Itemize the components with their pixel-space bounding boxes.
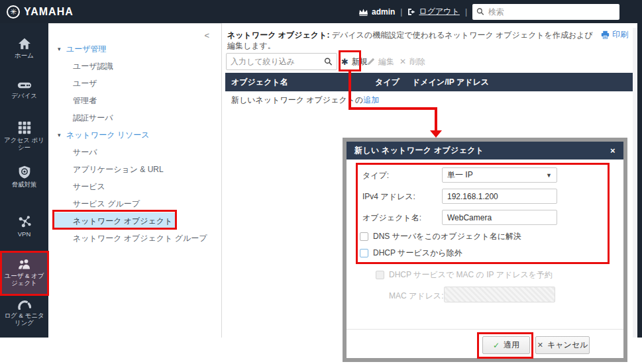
- edit-button[interactable]: 編集: [367, 53, 394, 70]
- menu-item-services[interactable]: サービス: [48, 178, 222, 195]
- yamaha-logo: ✳ YAMAHA: [7, 5, 74, 19]
- delete-button[interactable]: ✕ 削除: [400, 53, 425, 70]
- add-network-object-link[interactable]: 追加: [363, 95, 379, 105]
- mac-address-label: MAC アドレス:: [389, 291, 443, 302]
- yamaha-tuningfork-icon: ✳: [7, 5, 20, 19]
- pencil-icon: [367, 58, 375, 66]
- caret-down-icon: ▾: [58, 126, 61, 144]
- grid-icon: [18, 121, 31, 134]
- gauge-icon: [17, 300, 32, 310]
- dns-resolve-checkbox-row[interactable]: DNS サーバをこのオブジェクト名に解決: [360, 231, 521, 242]
- dhcp-exclude-checkbox-row[interactable]: DHCP サービスから除外: [360, 248, 462, 259]
- menu-item-service-groups[interactable]: サービス グループ: [48, 195, 222, 212]
- logout-icon: [407, 8, 416, 16]
- top-bar: ✳ YAMAHA admin | ログアウト |: [0, 0, 642, 23]
- separator: |: [400, 7, 402, 17]
- menu-item-server[interactable]: サーバ: [48, 144, 222, 161]
- table-header-row: オブジェクト名 タイプ ドメイン/IP アドレス: [225, 73, 633, 91]
- sidebar-item-users-objects[interactable]: ユーザ & オブジェクト: [0, 253, 48, 295]
- menu-section-network-resources[interactable]: ▾ ネットワーク リソース: [48, 126, 222, 144]
- menu-item-network-objects[interactable]: ネットワーク オブジェクト: [54, 212, 175, 230]
- type-select[interactable]: 単一 IP ▼: [442, 167, 557, 183]
- vpn-nodes-icon: [17, 215, 32, 228]
- print-button[interactable]: 印刷: [601, 29, 628, 40]
- logged-in-user: admin: [358, 7, 395, 17]
- asterisk-new-icon: ✱: [341, 57, 348, 67]
- sidebar-item-devices[interactable]: デバイス: [0, 81, 48, 99]
- cancel-button[interactable]: ✕ キャンセル: [535, 336, 590, 354]
- mac-address-input-disabled: [444, 287, 555, 302]
- crown-icon: [358, 8, 368, 16]
- brand-name: YAMAHA: [24, 6, 74, 18]
- column-header-object-name[interactable]: オブジェクト名: [225, 77, 370, 88]
- global-search-input[interactable]: [488, 7, 615, 17]
- device-icon: [17, 81, 32, 90]
- filter-input[interactable]: [231, 57, 324, 66]
- column-header-type[interactable]: タイプ: [370, 77, 407, 88]
- filter-input-box[interactable]: [226, 53, 337, 70]
- home-icon: [18, 38, 31, 50]
- type-label: タイプ:: [362, 170, 389, 181]
- menu-item-network-object-groups[interactable]: ネットワーク オブジェクト グループ: [48, 230, 222, 247]
- sidebar-item-log-monitoring[interactable]: ログ & モニタリング: [0, 300, 48, 326]
- sidebar-item-threat[interactable]: 脅威対策: [0, 165, 48, 188]
- menu-item-user-recognition[interactable]: ユーザ認識: [48, 58, 222, 75]
- right-gutter: [633, 28, 637, 338]
- primary-sidebar: ホーム デバイス アクセス ポリシー 脅威対策 VPN ユーザ & オブジェクト…: [0, 23, 48, 338]
- separator: |: [465, 7, 467, 17]
- close-icon[interactable]: ×: [610, 146, 615, 156]
- chevron-down-icon: ▼: [546, 172, 552, 179]
- menu-collapse-chevron[interactable]: <: [204, 30, 209, 40]
- dialog-title-bar: 新しい ネットワーク オブジェクト ×: [347, 142, 623, 159]
- check-icon: ✓: [493, 341, 500, 350]
- dhcp-mac-reserve-checkbox-row: DHCP サービスで MAC の IP アドレスを予約: [376, 269, 553, 281]
- yamaha-network-admin-page: ✳ YAMAHA admin | ログアウト | ホーム: [0, 0, 642, 364]
- sidebar-item-vpn[interactable]: VPN: [0, 215, 48, 238]
- new-network-object-dialog: 新しい ネットワーク オブジェクト × タイプ: 単一 IP ▼ IPv4 アド…: [343, 138, 627, 362]
- page-title: ネットワーク オブジェクト: デバイスの機能設定で使われるネットワーク オブジェ…: [227, 30, 598, 51]
- x-cancel-icon: ✕: [537, 341, 543, 349]
- search-icon: [324, 57, 333, 66]
- dialog-body: タイプ: 単一 IP ▼ IPv4 アドレス: オブジェクト名: DNS サーバ…: [347, 159, 623, 358]
- dns-resolve-checkbox[interactable]: [360, 232, 368, 241]
- object-name-input[interactable]: [442, 210, 557, 225]
- new-button[interactable]: ✱ 新規: [341, 53, 368, 70]
- apply-button[interactable]: ✓ 適用: [482, 336, 530, 354]
- users-icon: [17, 258, 32, 270]
- ipv4-label: IPv4 アドレス:: [362, 191, 415, 203]
- dialog-title: 新しい ネットワーク オブジェクト: [354, 145, 484, 156]
- table-empty-row: 新しいネットワーク オブジェクトの追加: [225, 91, 633, 109]
- menu-item-auth-server[interactable]: 認証サーバ: [48, 109, 222, 126]
- sidebar-item-access-policy[interactable]: アクセス ポリシー: [0, 121, 48, 151]
- secondary-menu: < ▾ ユーザ管理 ユーザ認識 ユーザ 管理者 認証サーバ ▾ ネットワーク リ…: [48, 23, 222, 338]
- global-search-box[interactable]: [472, 4, 619, 20]
- menu-item-administrators[interactable]: 管理者: [48, 92, 222, 109]
- object-name-label: オブジェクト名:: [362, 212, 421, 224]
- dialog-footer-divider: [347, 329, 623, 330]
- x-delete-icon: ✕: [400, 57, 406, 66]
- window-right-edge: [637, 0, 642, 338]
- printer-icon: [601, 30, 610, 39]
- dhcp-mac-reserve-checkbox: [376, 271, 384, 279]
- sidebar-item-home[interactable]: ホーム: [0, 38, 48, 59]
- menu-item-application-url[interactable]: アプリケーション & URL: [48, 161, 222, 178]
- menu-section-user-management[interactable]: ▾ ユーザ管理: [48, 40, 222, 58]
- search-icon: [476, 7, 484, 16]
- shield-icon: [18, 165, 31, 179]
- column-header-domain-ip[interactable]: ドメイン/IP アドレス: [407, 77, 633, 88]
- menu-item-users[interactable]: ユーザ: [48, 75, 222, 92]
- caret-down-icon: ▾: [58, 40, 61, 58]
- ipv4-input[interactable]: [442, 189, 557, 204]
- dhcp-exclude-checkbox[interactable]: [360, 249, 368, 257]
- logout-link[interactable]: ログアウト: [407, 6, 459, 17]
